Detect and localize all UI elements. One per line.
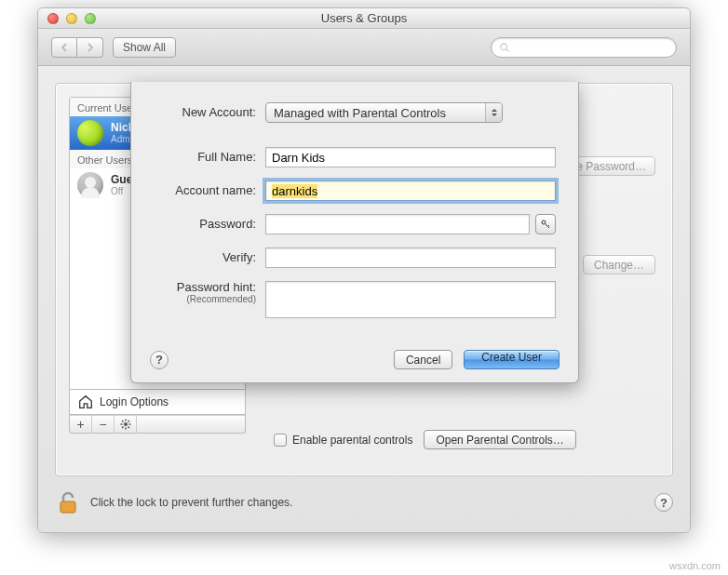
account-type-select[interactable]: Managed with Parental Controls (265, 102, 503, 123)
stepper-icon (485, 103, 502, 122)
full-name-input[interactable] (265, 147, 556, 167)
search-icon (499, 42, 510, 53)
svg-point-0 (501, 43, 507, 49)
window-title: Users & Groups (38, 11, 690, 25)
account-type-value: Managed with Parental Controls (274, 106, 446, 120)
enable-parental-controls[interactable]: Enable parental controls (274, 434, 412, 447)
login-options-row[interactable]: Login Options (69, 390, 246, 415)
sheet-footer: ? Cancel Create User (150, 350, 559, 369)
svg-line-7 (122, 421, 124, 422)
checkbox-icon (274, 434, 287, 447)
help-button[interactable]: ? (654, 493, 673, 512)
lock-row: Click the lock to prevent further change… (55, 489, 673, 515)
parental-controls-row: Enable parental controls Open Parental C… (274, 430, 576, 449)
label-hint: Password hint: (Recommended) (154, 281, 265, 304)
label-password: Password: (154, 218, 265, 231)
sidebar-footer: + − (69, 415, 246, 434)
gear-icon (120, 419, 131, 430)
svg-line-8 (128, 427, 129, 429)
cancel-button[interactable]: Cancel (394, 350, 452, 369)
password-assistant-button[interactable] (535, 214, 556, 234)
svg-point-12 (542, 221, 546, 224)
label-new-account: New Account: (154, 106, 265, 119)
svg-line-14 (548, 225, 550, 227)
svg-line-9 (122, 427, 124, 429)
back-button[interactable] (51, 37, 77, 58)
login-options-label: Login Options (100, 395, 169, 408)
key-icon (540, 219, 551, 230)
label-account-name: Account name: (154, 184, 265, 197)
show-all-button[interactable]: Show All (113, 37, 176, 58)
svg-point-2 (124, 422, 128, 426)
lock-icon[interactable] (55, 489, 81, 515)
password-hint-input[interactable] (265, 281, 556, 318)
svg-line-10 (128, 421, 129, 422)
remove-user-button[interactable]: − (92, 416, 115, 433)
create-user-button[interactable]: Create User (464, 350, 559, 369)
change-button[interactable]: Change… (583, 255, 655, 274)
svg-line-1 (506, 48, 509, 51)
toolbar: Show All (38, 29, 690, 66)
titlebar: Users & Groups (38, 8, 690, 29)
forward-button[interactable] (77, 37, 103, 58)
open-parental-controls-button[interactable]: Open Parental Controls… (424, 430, 575, 449)
search-input[interactable] (514, 41, 668, 54)
home-icon (77, 394, 94, 410)
sheet-help-button[interactable]: ? (150, 351, 169, 369)
new-account-sheet: New Account: Managed with Parental Contr… (130, 82, 579, 383)
svg-rect-11 (61, 501, 75, 513)
guest-icon (77, 172, 103, 198)
lock-text: Click the lock to prevent further change… (90, 496, 292, 509)
nav-arrows (51, 37, 103, 58)
password-input[interactable] (265, 214, 530, 234)
label-full-name: Full Name: (154, 151, 265, 164)
account-name-input[interactable] (265, 181, 556, 201)
add-user-button[interactable]: + (70, 416, 92, 433)
search-field[interactable] (491, 37, 677, 58)
avatar-icon (77, 120, 103, 146)
label-verify: Verify: (154, 251, 265, 264)
watermark: wsxdn.com (669, 560, 721, 571)
verify-input[interactable] (265, 247, 556, 268)
actions-gear-button[interactable] (115, 416, 137, 433)
new-account-form: New Account: Managed with Parental Contr… (131, 82, 578, 318)
